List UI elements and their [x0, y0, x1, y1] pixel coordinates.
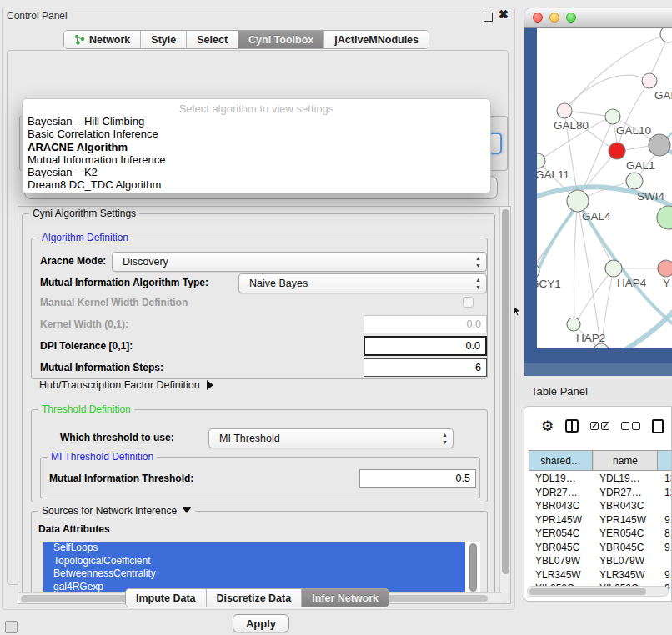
attribute-item-selfloops[interactable]: SelfLoops [43, 542, 465, 555]
which-threshold-combo[interactable]: MI Threshold ▲▼ [208, 428, 454, 448]
tab-network[interactable]: Network [64, 31, 141, 48]
gear-icon[interactable]: ⚙ [541, 419, 554, 433]
dropdown-item-dream8-dc-tdc-algorithm[interactable]: Dream8 DC_TDC Algorithm [23, 178, 490, 191]
cyni-toolbox-panel: galFiltered.sif default node Select algo… [7, 50, 509, 585]
mi-threshold-field[interactable]: 0.5 [359, 469, 476, 488]
scrollbar-thumb[interactable] [502, 209, 509, 574]
table-row[interactable]: YPR145WYPR145W9. [529, 513, 672, 528]
network-edge[interactable] [579, 268, 614, 318]
network-canvas[interactable]: GALGAL80GAL10GAL1GAL11SWI4GAL4GCY1HAP4YH… [537, 28, 672, 348]
attribute-item-betweennesscentrality[interactable]: BetweennessCentrality [43, 568, 465, 581]
tab-impute-data[interactable]: Impute Data [126, 589, 207, 607]
dropdown-item-basic-correlation-inference[interactable]: Basic Correlation Inference [23, 128, 490, 140]
table-horizontal-scrollbar[interactable] [527, 586, 669, 597]
network-node-SWI4[interactable] [626, 172, 643, 189]
table-cell: YLR345W [529, 568, 593, 582]
manual-kernel-checkbox[interactable] [463, 297, 474, 308]
minimized-panel-button[interactable] [5, 621, 18, 633]
network-view-window: GALGAL80GAL10GAL1GAL11SWI4GAL4GCY1HAP4YH… [524, 8, 672, 376]
node-label-salmon-node: Y [663, 277, 670, 289]
network-node-HAP4[interactable] [605, 260, 622, 277]
network-node-GAL10[interactable] [605, 109, 620, 124]
aracne-mode-value: Discovery [123, 256, 168, 268]
table-cell: YBR043C [529, 499, 593, 513]
network-node-salmon-node[interactable] [658, 260, 672, 277]
close-window-icon[interactable] [533, 12, 543, 22]
zoom-window-icon[interactable] [566, 12, 576, 22]
table-row[interactable]: YBL079WYBL079W [529, 554, 672, 568]
data-attributes-list: SelfLoopsTopologicalCoefficientBetweenne… [43, 542, 480, 595]
hub-definition-label: Hub/Transcription Factor Definition [39, 379, 200, 391]
table-cell: YBR045C [529, 541, 593, 555]
table-cell [658, 499, 672, 513]
attributes-list-scrollbar[interactable] [469, 543, 477, 592]
column-header-2[interactable] [658, 451, 672, 470]
network-node-GAL[interactable] [642, 73, 657, 88]
table-body: YDL19…YDL19…13YDR27…YDR27…12YBR043CYBR04… [529, 472, 672, 596]
attribute-item-topologicalcoefficient[interactable]: TopologicalCoefficient [43, 555, 465, 568]
tab-style[interactable]: Style [141, 31, 187, 48]
deselect-all-icon[interactable] [621, 422, 640, 430]
column-header-name[interactable]: name [593, 451, 658, 470]
table-row[interactable]: YBR043CYBR043C [529, 499, 672, 513]
network-node-GAL11[interactable] [537, 153, 545, 168]
dropdown-item-aracne-algorithm[interactable]: ARACNE Algorithm [23, 141, 490, 153]
network-window-titlebar[interactable] [524, 8, 672, 28]
table-row[interactable]: YDL19…YDL19…13 [529, 472, 672, 486]
settings-vertical-scrollbar[interactable] [499, 207, 510, 593]
table-cell: 9. [658, 568, 672, 582]
dropdown-item-bayesian-k2[interactable]: Bayesian – K2 [23, 166, 490, 178]
close-panel-icon[interactable]: ✖ [499, 8, 509, 21]
node-label-GAL10: GAL10 [616, 124, 651, 137]
column-header-shared-[interactable]: shared… [529, 451, 593, 470]
kernel-width-field[interactable]: 0.0 [364, 315, 487, 333]
apply-button[interactable]: Apply [233, 614, 289, 632]
tab-jactivemnodules[interactable]: jActiveMNodules [324, 31, 429, 48]
tab-label: Impute Data [136, 592, 196, 604]
table-row[interactable]: YLR345WYLR345W9. [529, 568, 672, 582]
table-cell: YER054C [529, 527, 593, 541]
dpi-tolerance-field[interactable]: 0.0 [364, 336, 487, 356]
table-row[interactable]: YER054CYER054C8. [529, 527, 672, 541]
float-window-icon[interactable] [484, 12, 493, 22]
settings-scroll-area: Cyni Algorithm Settings Algorithm Defini… [18, 206, 511, 604]
network-icon [74, 34, 85, 45]
network-node-GAL80[interactable] [557, 103, 572, 118]
minimize-window-icon[interactable] [549, 12, 559, 22]
table-row[interactable]: YDR27…YDR27…12 [529, 486, 672, 500]
hub-definition-expander[interactable]: Hub/Transcription Factor Definition [39, 379, 213, 391]
mi-steps-label: Mutual Information Steps: [40, 362, 163, 373]
network-node-GAL4[interactable] [567, 190, 589, 212]
tab-cyni-toolbox[interactable]: Cyni Toolbox [238, 31, 324, 48]
which-threshold-label: Which threshold to use: [60, 432, 174, 443]
network-edge[interactable] [574, 201, 578, 318]
table-row[interactable]: YBR045CYBR045C9. [529, 541, 672, 555]
sources-group-title[interactable]: Sources for Network Inference [38, 505, 195, 517]
table-cell: YDL19… [529, 472, 593, 486]
network-node-GAL1[interactable] [609, 142, 625, 159]
dpi-tolerance-label: DPI Tolerance [0,1]: [40, 340, 133, 352]
tab-select[interactable]: Select [187, 31, 238, 48]
document-icon[interactable] [652, 419, 664, 433]
tab-infer-network[interactable]: Infer Network [302, 589, 389, 607]
network-node-HAP2[interactable] [567, 318, 580, 331]
network-node-node-top[interactable] [660, 28, 672, 42]
tab-label: Network [89, 34, 130, 46]
table-cell [658, 554, 672, 568]
node-label-GAL4: GAL4 [582, 210, 611, 222]
mi-type-combo[interactable]: Naive Bayes ▲▼ [238, 273, 487, 293]
aracne-mode-combo[interactable]: Discovery ▲▼ [112, 252, 487, 272]
network-window-bottom-frame [524, 363, 672, 376]
mi-steps-field[interactable]: 6 [364, 358, 487, 377]
scrollbar-thumb[interactable] [529, 588, 646, 595]
network-node-gray-node[interactable] [649, 134, 670, 156]
dropdown-item-mutual-information-inference[interactable]: Mutual Information Inference [23, 153, 490, 166]
tab-discretize-data[interactable]: Discretize Data [207, 589, 303, 607]
dropdown-item-bayesian-hill-climbing[interactable]: Bayesian – Hill Climbing [23, 115, 490, 128]
table-cell: 12 [658, 486, 672, 500]
dropdown-item-list: Bayesian – Hill ClimbingBasic Correlatio… [23, 115, 490, 192]
mi-threshold-label: Mutual Information Threshold: [49, 472, 193, 484]
columns-icon[interactable] [565, 419, 579, 432]
select-all-icon[interactable]: ✓✓ [590, 422, 609, 430]
network-node-green-right[interactable] [657, 206, 672, 229]
